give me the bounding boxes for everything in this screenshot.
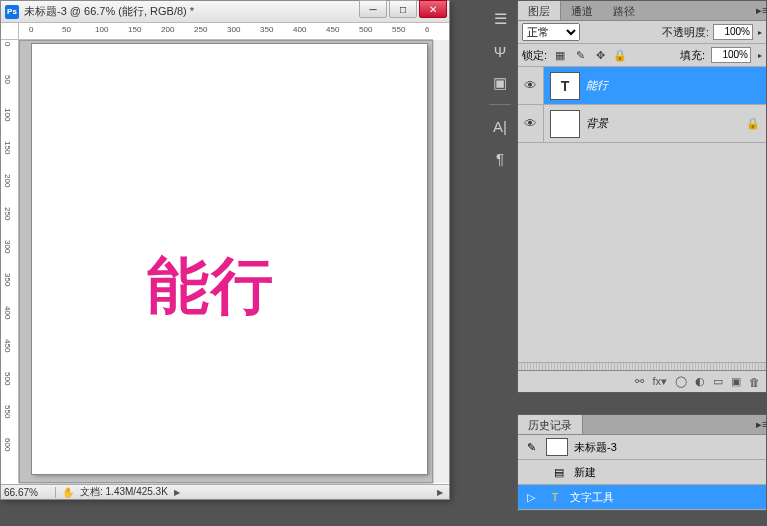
opacity-row: 正常 不透明度: 100% ▸: [518, 21, 766, 44]
fill-input[interactable]: 100%: [711, 47, 751, 63]
visibility-icon[interactable]: 👁: [518, 105, 544, 142]
fill-label: 填充:: [680, 48, 705, 63]
mask-icon[interactable]: ◯: [675, 375, 687, 388]
snapshot-name: 未标题-3: [574, 440, 617, 455]
lock-paint-icon[interactable]: ✎: [573, 48, 587, 62]
layers-list: 👁 T 能行 👁 背景 🔒: [518, 67, 766, 362]
history-snapshot[interactable]: ✎ 未标题-3: [518, 435, 766, 460]
document-window: Ps 未标题-3 @ 66.7% (能行, RGB/8) * ─ □ ✕ 0 5…: [0, 0, 450, 500]
lock-row: 锁定: ▦ ✎ ✥ 🔒 填充: 100% ▸: [518, 44, 766, 67]
scrollbar-vertical[interactable]: [433, 40, 449, 483]
pointer-icon: ▷: [522, 491, 540, 504]
opacity-input[interactable]: 100%: [713, 24, 753, 40]
new-layer-icon[interactable]: ▣: [731, 375, 741, 388]
trash-icon[interactable]: 🗑: [749, 376, 760, 388]
maximize-button[interactable]: □: [389, 0, 417, 18]
triangle-icon[interactable]: ▶: [174, 488, 180, 497]
zoom-level[interactable]: 66.67%: [1, 487, 56, 498]
blend-mode-select[interactable]: 正常: [522, 23, 580, 41]
layers-footer: ⚯ fx▾ ◯ ◐ ▭ ▣ 🗑: [518, 370, 766, 392]
anchor-icon[interactable]: Ψ: [489, 40, 511, 62]
layer-row[interactable]: 👁 背景 🔒: [518, 105, 766, 143]
chevron-right-icon[interactable]: ▸: [758, 51, 762, 60]
layer-thumb[interactable]: [550, 110, 580, 138]
tab-channels[interactable]: 通道: [561, 1, 603, 20]
history-item[interactable]: ▷ T 文字工具: [518, 485, 766, 510]
history-item[interactable]: ▤ 新建: [518, 460, 766, 485]
layers-panel: 图层 通道 路径 ▸≡ 正常 不透明度: 100% ▸ 锁定: ▦ ✎ ✥ 🔒 …: [517, 0, 767, 393]
minimize-button[interactable]: ─: [359, 0, 387, 18]
panel-tabs: 图层 通道 路径 ▸≡: [518, 1, 766, 21]
align-icon[interactable]: ☰: [489, 8, 511, 30]
lock-icon: 🔒: [746, 117, 766, 130]
close-button[interactable]: ✕: [419, 0, 447, 18]
canvas-text[interactable]: 能行: [147, 244, 275, 328]
a-icon[interactable]: A|: [489, 115, 511, 137]
lock-move-icon[interactable]: ✥: [593, 48, 607, 62]
layer-row[interactable]: 👁 T 能行: [518, 67, 766, 105]
brush-icon: ✎: [522, 441, 540, 454]
canvas[interactable]: 能行: [32, 44, 427, 474]
paragraph-icon[interactable]: ¶: [489, 147, 511, 169]
stamp-icon[interactable]: ▣: [489, 72, 511, 94]
ps-icon: Ps: [5, 5, 19, 19]
text-tool-icon: T: [546, 491, 564, 503]
chevron-right-icon[interactable]: ▸: [758, 28, 762, 37]
tab-paths[interactable]: 路径: [603, 1, 645, 20]
history-panel: 历史记录 ▸≡ ✎ 未标题-3 ▤ 新建 ▷ T 文字工具: [517, 414, 767, 511]
canvas-viewport[interactable]: 能行: [19, 40, 433, 483]
lock-all-icon[interactable]: 🔒: [613, 48, 627, 62]
opacity-label: 不透明度:: [662, 25, 709, 40]
fx-icon[interactable]: fx▾: [652, 375, 667, 388]
panel-grip[interactable]: [518, 362, 766, 370]
link-icon[interactable]: ⚯: [635, 375, 644, 388]
history-item-label: 新建: [574, 465, 596, 480]
visibility-icon[interactable]: 👁: [518, 67, 544, 104]
statusbar: 66.67% ✋ 文档: 1.43M/425.3K ▶ ▶: [1, 484, 449, 499]
layer-name[interactable]: 背景: [586, 116, 746, 131]
doc-info[interactable]: 文档: 1.43M/425.3K: [80, 485, 168, 499]
lock-label: 锁定:: [522, 48, 547, 63]
ruler-horizontal[interactable]: 0 50 100 150 200 250 300 350 400 450 500…: [19, 23, 433, 40]
adjust-icon[interactable]: ◐: [695, 375, 705, 388]
panel-menu-icon[interactable]: ▸≡: [746, 1, 766, 20]
panel-menu-icon[interactable]: ▸≡: [746, 415, 766, 434]
lock-transparent-icon[interactable]: ▦: [553, 48, 567, 62]
tab-layers[interactable]: 图层: [518, 1, 561, 20]
titlebar[interactable]: Ps 未标题-3 @ 66.7% (能行, RGB/8) * ─ □ ✕: [1, 1, 449, 23]
hand-icon[interactable]: ✋: [62, 487, 74, 498]
history-tabs: 历史记录 ▸≡: [518, 415, 766, 435]
tab-history[interactable]: 历史记录: [518, 415, 583, 434]
options-strip: ☰ Ψ ▣ A| ¶: [485, 0, 515, 180]
ruler-vertical[interactable]: 0 50 100 150 200 250 300 350 400 450 500…: [1, 40, 19, 483]
layer-name[interactable]: 能行: [586, 78, 766, 93]
history-item-label: 文字工具: [570, 490, 614, 505]
layer-thumb-text[interactable]: T: [550, 72, 580, 100]
folder-icon[interactable]: ▭: [713, 375, 723, 388]
new-doc-icon: ▤: [550, 466, 568, 479]
snapshot-thumb: [546, 438, 568, 456]
scroll-right-icon[interactable]: ▶: [437, 488, 449, 497]
ruler-corner: [1, 23, 19, 40]
